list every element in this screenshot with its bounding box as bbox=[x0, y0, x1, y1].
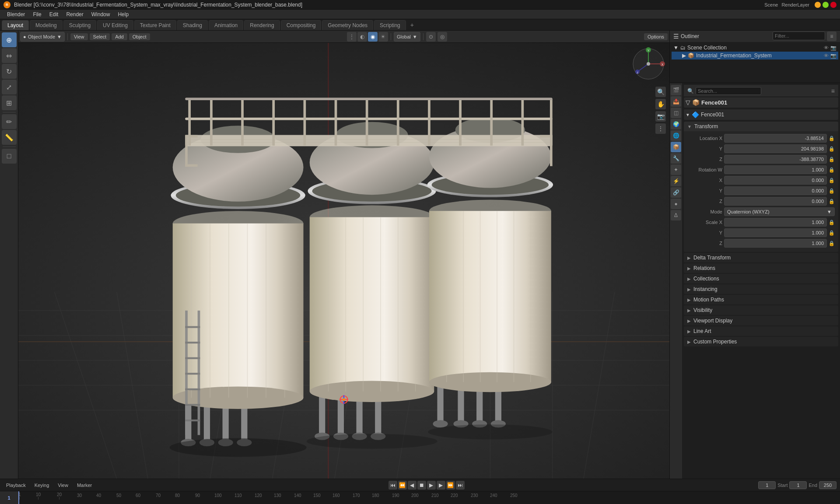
material-props-tab[interactable]: ● bbox=[671, 199, 681, 209]
scale-y-lock[interactable]: 🔒 bbox=[829, 230, 835, 236]
data-props-tab[interactable]: Δ bbox=[671, 210, 681, 220]
particles-props-tab[interactable]: ✦ bbox=[671, 164, 681, 175]
transform-tool-button[interactable]: ⊞ bbox=[2, 95, 17, 110]
scene-collection-camera-icon[interactable]: 📷 bbox=[830, 45, 836, 51]
close-button[interactable] bbox=[830, 2, 836, 8]
next-keyframe-button[interactable]: ▶ bbox=[437, 481, 445, 490]
jump-end-button[interactable]: ⏭ bbox=[456, 481, 465, 490]
proportional-edit-icon[interactable]: ◎ bbox=[438, 32, 447, 42]
fermentation-camera-icon[interactable]: 📷 bbox=[830, 53, 836, 59]
navigation-gizmo[interactable]: Y X Z bbox=[631, 46, 666, 81]
timeline-numbers[interactable]: 1 10 20 30 40 50 bbox=[18, 491, 840, 504]
viewport-settings-button[interactable]: ⋮ bbox=[655, 123, 666, 134]
add-menu-button[interactable]: Add bbox=[112, 33, 127, 40]
scene-collection-eye-icon[interactable]: 👁 bbox=[824, 45, 829, 50]
output-props-tab[interactable]: 📤 bbox=[671, 96, 681, 107]
view-menu-button[interactable]: View bbox=[70, 33, 88, 40]
maximize-button[interactable] bbox=[822, 2, 829, 8]
current-frame-input[interactable] bbox=[758, 481, 776, 489]
timeline-view-button[interactable]: View bbox=[55, 482, 71, 489]
physics-props-tab[interactable]: ⚡ bbox=[671, 176, 681, 186]
industrial-fermentation-item[interactable]: ▶ 📦 Industrial_Fermentation_System 👁 📷 bbox=[672, 52, 838, 60]
rotation-z-lock[interactable]: 🔒 bbox=[829, 198, 835, 204]
location-x-input[interactable]: -3.88514 bbox=[724, 134, 827, 143]
play-pause-button[interactable]: ▶ bbox=[427, 481, 436, 490]
jump-start-button[interactable]: ⏮ bbox=[388, 481, 397, 490]
line-art-header[interactable]: ▶ Line Art bbox=[684, 326, 838, 336]
move-tool-button[interactable]: ⇔ bbox=[2, 48, 17, 63]
rotation-y-lock[interactable]: 🔒 bbox=[829, 188, 835, 194]
motion-paths-header[interactable]: ▶ Motion Paths bbox=[684, 295, 838, 304]
instancing-header[interactable]: ▶ Instancing bbox=[684, 284, 838, 294]
collections-header[interactable]: ▶ Collections bbox=[684, 274, 838, 284]
location-z-input[interactable]: -388.38770 bbox=[724, 155, 827, 164]
scene-collection-item[interactable]: ▼ 🗂 Scene Collection 👁 📷 bbox=[672, 44, 838, 52]
playback-button[interactable]: Playback bbox=[4, 482, 28, 489]
object-mode-select[interactable]: ● Object Mode ▼ bbox=[20, 32, 65, 42]
viewport-display-header[interactable]: ▶ Viewport Display bbox=[684, 316, 838, 326]
view-layer-props-tab[interactable]: ◫ bbox=[671, 108, 681, 118]
snap-icon[interactable]: ⊙ bbox=[426, 32, 436, 42]
viewport-shading-icon[interactable]: ⋮ bbox=[347, 32, 357, 42]
location-z-lock[interactable]: 🔒 bbox=[829, 156, 835, 162]
prev-keyframe-button[interactable]: ◀ bbox=[408, 481, 416, 490]
add-cube-button[interactable]: □ bbox=[2, 149, 17, 164]
tab-uv-editing[interactable]: UV Editing bbox=[97, 20, 133, 30]
menu-blender[interactable]: Blender bbox=[4, 10, 28, 18]
tab-geometry-nodes[interactable]: Geometry Nodes bbox=[322, 20, 373, 30]
prev-frame-button[interactable]: ⏪ bbox=[398, 481, 407, 490]
marker-button[interactable]: Marker bbox=[74, 482, 94, 489]
tab-texture-paint[interactable]: Texture Paint bbox=[134, 20, 176, 30]
location-x-lock[interactable]: 🔒 bbox=[829, 135, 835, 141]
render-props-tab[interactable]: 🎬 bbox=[671, 85, 681, 95]
rotate-tool-button[interactable]: ↻ bbox=[2, 64, 17, 79]
rotation-z-input[interactable]: 0.000 bbox=[724, 197, 827, 206]
transform-section-header[interactable]: ▼ Transform bbox=[684, 122, 838, 131]
props-filter-icon[interactable]: ≡ bbox=[831, 88, 835, 94]
menu-file[interactable]: File bbox=[29, 10, 45, 18]
overlay-icon[interactable]: ◐ bbox=[357, 32, 367, 42]
cursor-tool-button[interactable]: ⊕ bbox=[2, 32, 17, 47]
visibility-header[interactable]: ▶ Visibility bbox=[684, 305, 838, 315]
object-props-tab[interactable]: 📦 bbox=[671, 142, 681, 152]
relations-header[interactable]: ▶ Relations bbox=[684, 263, 838, 273]
tab-rendering[interactable]: Rendering bbox=[244, 20, 280, 30]
tab-scripting[interactable]: Scripting bbox=[374, 20, 406, 30]
tab-modeling[interactable]: Modeling bbox=[30, 20, 63, 30]
scale-z-lock[interactable]: 🔒 bbox=[829, 240, 835, 246]
rotation-y-input[interactable]: 0.000 bbox=[724, 186, 827, 195]
tab-layout[interactable]: Layout bbox=[2, 20, 29, 30]
rotation-x-input[interactable]: 0.000 bbox=[724, 176, 827, 185]
scale-tool-button[interactable]: ⤢ bbox=[2, 80, 17, 94]
end-frame-input[interactable] bbox=[819, 481, 836, 489]
rotation-mode-select[interactable]: Quaternion (WXYZ) ▼ bbox=[724, 207, 835, 216]
add-tab-button[interactable]: + bbox=[407, 20, 417, 30]
grab-viewport-button[interactable]: ✋ bbox=[655, 99, 666, 109]
menu-window[interactable]: Window bbox=[88, 10, 114, 18]
annotate-tool-button[interactable]: ✏ bbox=[2, 114, 17, 129]
scale-z-input[interactable]: 1.000 bbox=[724, 239, 827, 248]
scene-props-tab[interactable]: 🌍 bbox=[671, 119, 681, 130]
outliner-filter-icon[interactable]: ≡ bbox=[827, 32, 836, 41]
fermentation-eye-icon[interactable]: 👁 bbox=[824, 53, 829, 58]
measure-tool-button[interactable]: 📏 bbox=[2, 130, 17, 145]
keying-button[interactable]: Keying bbox=[32, 482, 52, 489]
location-y-lock[interactable]: 🔒 bbox=[829, 146, 835, 152]
menu-render[interactable]: Render bbox=[63, 10, 87, 18]
select-menu-button[interactable]: Select bbox=[90, 33, 110, 40]
material-preview-icon[interactable]: ◉ bbox=[368, 32, 378, 42]
minimize-button[interactable] bbox=[815, 2, 821, 8]
menu-help[interactable]: Help bbox=[114, 10, 132, 18]
scale-x-input[interactable]: 1.000 bbox=[724, 218, 827, 227]
tab-animation[interactable]: Animation bbox=[209, 20, 243, 30]
stop-button[interactable]: ⏹ bbox=[417, 481, 426, 490]
scale-x-lock[interactable]: 🔒 bbox=[829, 219, 835, 225]
custom-properties-header[interactable]: ▶ Custom Properties bbox=[684, 337, 838, 346]
outliner-search-input[interactable] bbox=[773, 32, 825, 40]
location-y-input[interactable]: 204.98198 bbox=[724, 144, 827, 153]
tab-sculpting[interactable]: Sculpting bbox=[63, 20, 96, 30]
tab-compositing[interactable]: Compositing bbox=[281, 20, 322, 30]
rotation-w-lock[interactable]: 🔒 bbox=[829, 167, 835, 173]
search-viewport-button[interactable]: 🔍 bbox=[655, 87, 666, 97]
options-button[interactable]: Options bbox=[644, 33, 668, 40]
